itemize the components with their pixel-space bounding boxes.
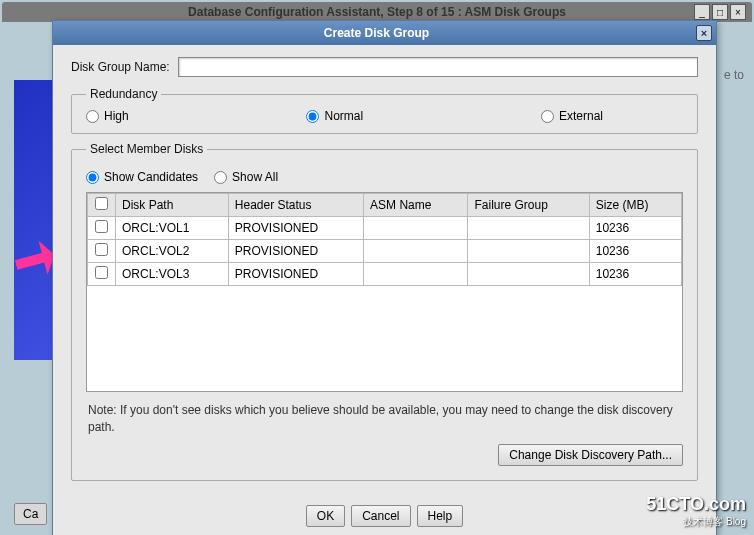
disks-table-container[interactable]: Disk Path Header Status ASM Name Failure… xyxy=(86,192,683,392)
select-member-disks-legend: Select Member Disks xyxy=(86,142,207,156)
col-failure-group[interactable]: Failure Group xyxy=(468,194,589,217)
cell-header-status: PROVISIONED xyxy=(228,240,363,263)
table-row[interactable]: ORCL:VOL3PROVISIONED10236 xyxy=(88,263,682,286)
row-checkbox[interactable] xyxy=(95,220,108,233)
row-checkbox[interactable] xyxy=(95,243,108,256)
show-candidates-radio[interactable] xyxy=(86,171,99,184)
cell-asm-name xyxy=(364,217,468,240)
parent-window-title: Database Configuration Assistant, Step 8… xyxy=(10,5,744,19)
row-checkbox[interactable] xyxy=(95,266,108,279)
parent-window-controls: _ □ × xyxy=(694,4,746,20)
redundancy-high-option[interactable]: High xyxy=(86,109,129,123)
cell-header-status: PROVISIONED xyxy=(228,263,363,286)
table-row[interactable]: ORCL:VOL2PROVISIONED10236 xyxy=(88,240,682,263)
table-header-row: Disk Path Header Status ASM Name Failure… xyxy=(88,194,682,217)
redundancy-external-radio[interactable] xyxy=(541,110,554,123)
dialog-action-row: OK Cancel Help xyxy=(53,499,716,535)
redundancy-normal-option[interactable]: Normal xyxy=(306,109,363,123)
cell-size: 10236 xyxy=(589,240,681,263)
watermark-line2: 技术博客 Blog xyxy=(646,515,746,529)
truncated-button[interactable]: Ca xyxy=(14,503,47,525)
cell-size: 10236 xyxy=(589,263,681,286)
cell-header-status: PROVISIONED xyxy=(228,217,363,240)
change-disk-discovery-path-button[interactable]: Change Disk Discovery Path... xyxy=(498,444,683,466)
dialog-close-button[interactable]: × xyxy=(696,25,712,41)
minimize-button[interactable]: _ xyxy=(694,4,710,20)
disks-table: Disk Path Header Status ASM Name Failure… xyxy=(87,193,682,286)
show-candidates-label: Show Candidates xyxy=(104,170,198,184)
col-asm-name[interactable]: ASM Name xyxy=(364,194,468,217)
disk-group-name-input[interactable] xyxy=(178,57,698,77)
cell-size: 10236 xyxy=(589,217,681,240)
col-disk-path[interactable]: Disk Path xyxy=(116,194,229,217)
watermark: 51CTO.com 技术博客 Blog xyxy=(646,494,746,529)
dialog-title: Create Disk Group xyxy=(57,26,696,40)
redundancy-normal-radio[interactable] xyxy=(306,110,319,123)
cell-disk-path: ORCL:VOL2 xyxy=(116,240,229,263)
col-size[interactable]: Size (MB) xyxy=(589,194,681,217)
select-all-header xyxy=(88,194,116,217)
col-header-status[interactable]: Header Status xyxy=(228,194,363,217)
dialog-titlebar[interactable]: Create Disk Group × xyxy=(53,21,716,45)
table-row[interactable]: ORCL:VOL1PROVISIONED10236 xyxy=(88,217,682,240)
cell-disk-path: ORCL:VOL1 xyxy=(116,217,229,240)
cell-disk-path: ORCL:VOL3 xyxy=(116,263,229,286)
cell-failure-group xyxy=(468,217,589,240)
maximize-button[interactable]: □ xyxy=(712,4,728,20)
show-all-label: Show All xyxy=(232,170,278,184)
redundancy-external-option[interactable]: External xyxy=(541,109,603,123)
redundancy-high-label: High xyxy=(104,109,129,123)
wizard-sidebar-graphic xyxy=(14,80,54,360)
cell-failure-group xyxy=(468,240,589,263)
watermark-line1: 51CTO.com xyxy=(646,494,746,515)
ok-button[interactable]: OK xyxy=(306,505,345,527)
show-all-option[interactable]: Show All xyxy=(214,170,278,184)
redundancy-high-radio[interactable] xyxy=(86,110,99,123)
show-all-radio[interactable] xyxy=(214,171,227,184)
cell-asm-name xyxy=(364,263,468,286)
create-disk-group-dialog: Create Disk Group × Disk Group Name: Red… xyxy=(52,20,717,535)
discovery-note: Note: If you don't see disks which you b… xyxy=(88,402,681,436)
disk-group-name-label: Disk Group Name: xyxy=(71,60,170,74)
redundancy-fieldset: Redundancy High Normal External xyxy=(71,87,698,134)
help-button[interactable]: Help xyxy=(417,505,464,527)
truncated-text: e to xyxy=(724,68,744,82)
cell-failure-group xyxy=(468,263,589,286)
close-button[interactable]: × xyxy=(730,4,746,20)
select-member-disks-fieldset: Select Member Disks Show Candidates Show… xyxy=(71,142,698,481)
redundancy-normal-label: Normal xyxy=(324,109,363,123)
redundancy-external-label: External xyxy=(559,109,603,123)
redundancy-legend: Redundancy xyxy=(86,87,161,101)
cell-asm-name xyxy=(364,240,468,263)
parent-window-titlebar: Database Configuration Assistant, Step 8… xyxy=(2,2,752,22)
select-all-checkbox[interactable] xyxy=(95,197,108,210)
cancel-button[interactable]: Cancel xyxy=(351,505,410,527)
show-candidates-option[interactable]: Show Candidates xyxy=(86,170,198,184)
